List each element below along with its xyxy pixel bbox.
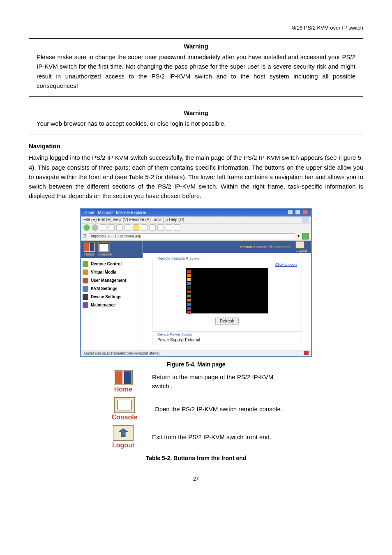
sidebar-item-user-management[interactable]: User Management xyxy=(83,278,141,283)
kvm-settings-icon xyxy=(83,286,88,292)
sidebar-item-maintenance[interactable]: Maintenance xyxy=(83,302,141,308)
window-titlebar: Home - Microsoft Internet Explorer xyxy=(81,209,311,216)
refresh-button[interactable]: Refresh xyxy=(215,318,239,325)
sidebar-item-label: Maintenance xyxy=(91,303,116,307)
remote-console-preview-frame: Remote Console Preview Click to open xyxy=(152,259,302,332)
sidebar-item-virtual-media[interactable]: Virtual Media xyxy=(83,269,141,275)
warning-box-2: Warning Your web browser has to accept c… xyxy=(29,105,363,134)
sidebar-console-button[interactable]: Console xyxy=(98,242,112,256)
home-button-label: Home xyxy=(107,386,140,393)
menubar-text[interactable]: File (E) Edit (E) View (V) Favorite (A) … xyxy=(83,217,184,222)
stop-icon[interactable] xyxy=(100,224,106,231)
home-button-desc: Return to the main page of the PS/2 IP-K… xyxy=(152,373,292,391)
navigation-heading: Navigation xyxy=(29,143,363,150)
sidebar-item-label: Virtual Media xyxy=(91,270,116,274)
click-to-open-link[interactable]: Click to open xyxy=(157,263,297,267)
forward-icon[interactable] xyxy=(92,224,98,231)
history-icon[interactable] xyxy=(141,224,148,231)
virtual-media-icon xyxy=(83,269,88,275)
back-icon[interactable] xyxy=(83,224,90,231)
mail-icon[interactable] xyxy=(149,224,156,231)
home-icon[interactable] xyxy=(116,224,123,231)
sidebar-item-label: Device Settings xyxy=(91,295,121,299)
sidebar-item-kvm-settings[interactable]: KVM Settings xyxy=(83,286,141,292)
main-frame: Remote Console disconnected! Logout Remo… xyxy=(143,241,311,350)
logout-button-desc: Exit from the PS/2 IP-KVM switch front e… xyxy=(152,433,271,442)
console-button-desc: Open the PS/2 IP-KVM switch remote conso… xyxy=(154,405,282,414)
sidebar-items: Remote Control Virtual Media User Manage… xyxy=(81,258,143,311)
address-input[interactable]: http://192.168.10.21/home.asp xyxy=(89,233,295,239)
window-title: Home - Microsoft Internet Explorer xyxy=(83,210,146,215)
edit-icon[interactable] xyxy=(166,224,172,231)
favorites-icon[interactable] xyxy=(133,224,139,231)
console-preview-thumb[interactable] xyxy=(186,268,268,313)
statusbar-text: Applet sun.pp.rc.RemoteConsoleApplet sta… xyxy=(83,351,161,355)
go-button-icon[interactable] xyxy=(302,233,309,240)
address-go-dropdown[interactable]: ▾ xyxy=(297,234,300,238)
sidebar-header: Home Console xyxy=(81,241,143,258)
home-button-graphic[interactable]: Home xyxy=(107,370,140,393)
sidebar-home-label: Home xyxy=(83,252,95,256)
print-icon[interactable] xyxy=(157,224,164,231)
sidebar-item-label: KVM Settings xyxy=(91,286,117,291)
sidebar-item-label: Remote Control xyxy=(91,262,122,266)
console-pixel-icon xyxy=(98,242,110,252)
console-button-graphic[interactable]: Console xyxy=(107,397,142,421)
browser-toolbar xyxy=(81,223,311,232)
logout-button-label: Logout xyxy=(107,442,140,449)
logout-label: Logout xyxy=(295,249,307,253)
user-management-icon xyxy=(83,278,88,283)
remote-control-icon xyxy=(83,261,88,267)
address-label: D xyxy=(83,234,86,238)
figure-main-page: Home - Microsoft Internet Explorer File … xyxy=(29,208,363,357)
sidebar-console-label: Console xyxy=(98,252,112,256)
warning-1-title: Warning xyxy=(37,43,355,50)
browser-window: Home - Microsoft Internet Explorer File … xyxy=(80,208,312,357)
page-number: 27 xyxy=(29,476,363,482)
preview-legend: Remote Console Preview xyxy=(156,256,201,260)
browser-statusbar: Applet sun.pp.rc.RemoteConsoleApplet sta… xyxy=(81,350,311,356)
device-power-supply-frame: Device Power Supply Power Supply: Extern… xyxy=(152,335,302,345)
sidebar-item-device-settings[interactable]: Device Settings xyxy=(83,294,141,300)
internet-zone-icon xyxy=(304,351,309,355)
maintenance-icon xyxy=(83,302,88,308)
warning-1-body: Please make sure to change the super use… xyxy=(37,52,355,90)
maximize-icon[interactable] xyxy=(295,210,301,215)
button-row-home: Home Return to the main page of the PS/2… xyxy=(107,370,363,393)
button-row-console: Console Open the PS/2 IP-KVM switch remo… xyxy=(107,397,363,421)
device-settings-icon xyxy=(83,294,88,300)
search-icon[interactable] xyxy=(125,224,131,231)
navigation-paragraph: Having logged into the PS/2 IP-KVM switc… xyxy=(29,153,363,200)
table-caption: Table 5-2. Buttons from the front end xyxy=(29,455,363,461)
main-top-bar: Remote Console disconnected! Logout xyxy=(143,241,311,253)
close-icon[interactable] xyxy=(303,210,309,215)
home-color-box-icon xyxy=(114,370,133,385)
sidebar: Home Console Remote Control Virtual Medi… xyxy=(81,241,143,350)
refresh-icon[interactable] xyxy=(108,224,115,231)
console-screen-icon xyxy=(114,397,135,413)
page-header-product: 8/16 PS/2 KVM over IP switch xyxy=(29,25,363,31)
power-legend: Device Power Supply xyxy=(156,332,194,336)
logout-arrow-icon xyxy=(113,425,134,441)
ie-logo-icon xyxy=(302,217,309,223)
sidebar-item-remote-control[interactable]: Remote Control xyxy=(83,261,141,267)
warning-2-body: Your web browser has to accept cookies, … xyxy=(37,119,355,128)
logout-button[interactable]: Logout xyxy=(295,241,307,253)
connection-status: Remote Console disconnected! xyxy=(240,245,291,249)
power-supply-text: Power Supply: External xyxy=(157,338,200,342)
button-row-logout: Logout Exit from the PS/2 IP-KVM switch … xyxy=(107,425,363,449)
figure-caption: Figure 5-4. Main page xyxy=(29,361,363,368)
minimize-icon[interactable] xyxy=(287,210,293,215)
warning-box-1: Warning Please make sure to change the s… xyxy=(29,38,363,97)
messenger-icon[interactable] xyxy=(174,224,180,231)
warning-2-title: Warning xyxy=(37,109,355,116)
preview-color-bar-icon xyxy=(187,270,191,314)
address-bar: D http://192.168.10.21/home.asp ▾ xyxy=(81,232,311,241)
logout-button-graphic[interactable]: Logout xyxy=(107,425,140,449)
logout-icon xyxy=(295,241,304,249)
window-control-buttons[interactable] xyxy=(286,210,309,216)
sidebar-item-label: User Management xyxy=(91,278,126,283)
sidebar-home-button[interactable]: Home xyxy=(83,242,95,256)
browser-menubar[interactable]: File (E) Edit (E) View (V) Favorite (A) … xyxy=(81,216,311,223)
home-pixel-icon xyxy=(83,242,95,252)
